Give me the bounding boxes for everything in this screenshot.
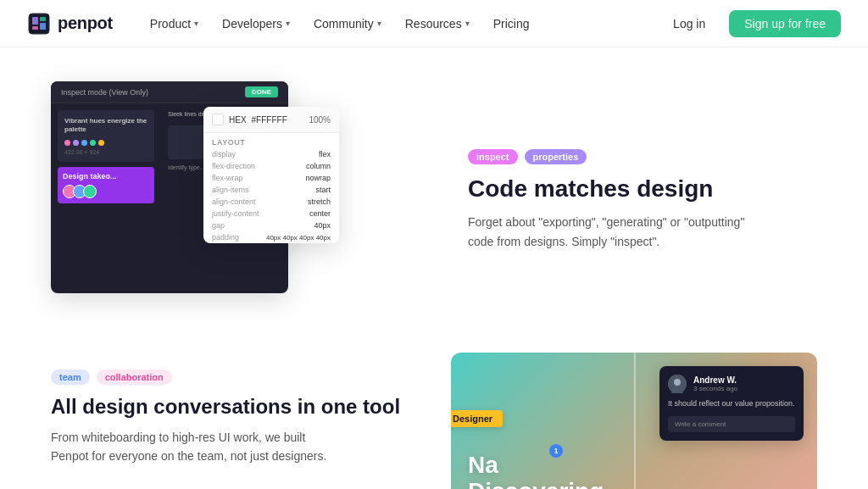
nav-resources[interactable]: Resources ▾ — [395, 12, 480, 36]
inspect-layout-label: LAYOUT — [203, 133, 339, 148]
svg-point-6 — [674, 379, 681, 386]
user-avatar — [668, 375, 687, 393]
inspect-key: gap — [212, 221, 225, 230]
inspect-row-aligncontent: align-content stretch — [203, 196, 339, 208]
mockup-done-button: DONE — [245, 86, 278, 97]
notification-badge: 1 — [549, 444, 563, 458]
mockup2-text-overlay: Na Discovering — [468, 453, 604, 489]
nav-links: Product ▾ Developers ▾ Community ▾ Resou… — [140, 12, 659, 36]
chevron-down-icon: ▾ — [194, 19, 198, 28]
svg-rect-0 — [29, 14, 49, 34]
inspect-row-display: display flex — [203, 148, 339, 160]
inspect-val: flex — [319, 150, 331, 158]
inspect-key: justify-content — [212, 209, 259, 218]
nav-community[interactable]: Community ▾ — [303, 12, 392, 36]
inspect-val: nowrap — [305, 174, 331, 182]
section2-mockup-area: Na Discovering Stay ahead, stay informed… — [451, 353, 817, 489]
mockup-topbar: Inspect mode (View Only) DONE — [51, 81, 288, 103]
nav-product[interactable]: Product ▾ — [140, 12, 209, 36]
collaboration-mockup: Na Discovering Stay ahead, stay informed… — [451, 353, 817, 489]
section2-title: All design conversations in one tool — [51, 395, 417, 420]
inspect-row-flexwrap: flex-wrap nowrap — [203, 172, 339, 184]
inspect-val: center — [309, 209, 331, 218]
section1-badges: inspect properties — [468, 149, 817, 164]
comment-user-info: Andrew W. 3 seconds ago — [693, 375, 737, 392]
badge-inspect: inspect — [468, 149, 518, 164]
mockup-mode-label: Inspect mode (View Only) — [61, 88, 148, 97]
inspect-rows: display flex flex-direction column flex-… — [203, 148, 339, 243]
section-design-conversations: team collaboration All design conversati… — [0, 336, 868, 489]
nav-actions: Log in Sign up for free — [659, 10, 841, 37]
inspect-hex-value: #FFFFFF — [252, 115, 287, 125]
inspect-key: flex-wrap — [212, 174, 243, 182]
svg-rect-1 — [32, 17, 38, 25]
mockup2-line2: Discovering — [468, 479, 604, 489]
inspect-val: 40px 40px 40px 40px — [266, 234, 331, 242]
svg-rect-3 — [40, 23, 46, 30]
inspect-panel-header: HEX #FFFFFF 100% — [203, 107, 339, 133]
inspect-row-justifycontent: justify-content center — [203, 208, 339, 219]
login-button[interactable]: Log in — [659, 11, 719, 36]
comment-user-row: Andrew W. 3 seconds ago — [668, 375, 795, 393]
inspect-val: 40px — [314, 221, 331, 230]
inspect-opacity: 100% — [309, 115, 331, 125]
section1-description: Forget about "exporting", "generating" o… — [468, 213, 756, 251]
section2-description: From whiteboarding to high-res UI work, … — [51, 428, 339, 466]
inspect-panel: HEX #FFFFFF 100% LAYOUT display flex fle… — [203, 107, 339, 243]
inspect-val: column — [306, 162, 331, 170]
inspect-hex-label: HEX — [229, 115, 247, 125]
nav-logo[interactable]: penpot — [27, 12, 113, 36]
chevron-down-icon: ▾ — [377, 19, 381, 28]
badge-properties: properties — [525, 149, 587, 164]
inspect-val: stretch — [308, 197, 331, 206]
section1-mockup-area: Inspect mode (View Only) DONE Vibrant hu… — [51, 81, 400, 319]
mockup-card-vibrant: Vibrant hues energize the palette 422.08… — [58, 110, 154, 162]
signup-button[interactable]: Sign up for free — [729, 10, 841, 37]
chevron-down-icon: ▾ — [286, 19, 290, 28]
penpot-logo-icon — [27, 12, 51, 36]
mockup-card-size: 422.08 × 924 — [64, 149, 147, 155]
mockup2-divider — [634, 353, 636, 489]
mockup-card-dots — [64, 140, 147, 146]
section-code-matches-design: Inspect mode (View Only) DONE Vibrant hu… — [0, 47, 868, 336]
comment-username: Andrew W. — [693, 375, 737, 385]
badge-collaboration: collaboration — [97, 370, 172, 385]
comment-time: 3 seconds ago — [693, 385, 737, 392]
section1-title: Code matches design — [468, 175, 817, 203]
inspect-row-flexdir: flex-direction column — [203, 160, 339, 172]
mockup-card-text: Vibrant hues energize the palette — [64, 117, 147, 135]
dot-1 — [64, 140, 70, 146]
dot-5 — [98, 140, 104, 146]
svg-rect-2 — [40, 17, 46, 21]
svg-rect-4 — [32, 26, 38, 30]
inspect-val: start — [315, 186, 331, 194]
comment-input[interactable]: Write a comment — [668, 416, 795, 432]
section2-badges: team collaboration — [51, 370, 417, 385]
inspect-key: display — [212, 150, 236, 158]
inspect-key: flex-direction — [212, 162, 255, 170]
dot-2 — [73, 140, 79, 146]
comment-panel: Andrew W. 3 seconds ago It should reflec… — [659, 366, 804, 441]
dot-3 — [81, 140, 87, 146]
mockup-card-design: Design takeo... — [58, 167, 154, 204]
inspect-key: padding — [212, 233, 239, 242]
dot-4 — [90, 140, 96, 146]
inspect-row-gap: gap 40px — [203, 219, 339, 231]
inspect-color-swatch — [212, 114, 224, 125]
comment-message: It should reflect our value proposition. — [668, 398, 795, 409]
mockup2-line1: Na — [468, 453, 604, 479]
inspect-row-alignitems: align-items start — [203, 184, 339, 196]
design-tool-mockup: Inspect mode (View Only) DONE Vibrant hu… — [51, 81, 339, 302]
mockup-design-label: Design takeo... — [63, 172, 149, 182]
inspect-row-padding: padding 40px 40px 40px 40px — [203, 231, 339, 243]
navbar: penpot Product ▾ Developers ▾ Community … — [0, 0, 868, 47]
inspect-key: align-content — [212, 197, 256, 206]
mockup-left-panel: Vibrant hues energize the palette 422.08… — [51, 103, 161, 293]
section1-text-area: inspect properties Code matches design F… — [434, 149, 817, 251]
logo-text: penpot — [58, 14, 113, 33]
avatar-icon — [668, 375, 687, 393]
section2-text-area: team collaboration All design conversati… — [51, 353, 417, 466]
nav-pricing[interactable]: Pricing — [483, 12, 540, 36]
nav-developers[interactable]: Developers ▾ — [212, 12, 300, 36]
inspect-key: align-items — [212, 186, 249, 194]
